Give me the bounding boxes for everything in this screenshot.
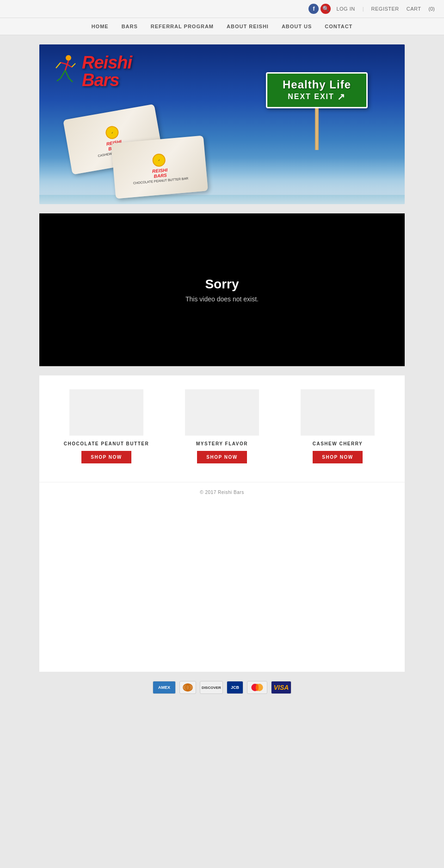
svg-line-7 [69, 78, 73, 82]
register-link[interactable]: REGISTER [371, 6, 399, 12]
facebook-icon[interactable]: f [308, 4, 319, 14]
pkg-badge-1: ✓ [105, 125, 119, 140]
sign-pole [315, 108, 319, 150]
svg-line-9 [72, 63, 75, 67]
package-2-inner: ✓ REISHI BARS CHOCOLATE PEANUT BUTTER BA… [128, 147, 191, 187]
payment-mastercard [247, 681, 267, 694]
payment-amex: AMEX [153, 681, 176, 694]
pkg-badge-2: ✓ [152, 153, 166, 167]
footer: © 2017 Reishi Bars [39, 482, 405, 510]
video-sorry-title: Sorry [205, 277, 239, 292]
product-item-2: MYSTERY FLAVOR SHOP NOW [176, 389, 268, 463]
svg-line-8 [56, 62, 61, 68]
logo-figure [52, 54, 80, 89]
shop-now-button-1[interactable]: SHOP NOW [81, 451, 131, 463]
logo-bars-text: Bars [82, 71, 132, 89]
payment-visa: VISA [271, 681, 291, 694]
product-image-2 [185, 389, 259, 436]
shop-now-button-3[interactable]: SHOP NOW [313, 451, 362, 463]
nav-referral[interactable]: REFERRAL PROGRAM [151, 24, 214, 29]
hero-logo: Reishi Bars [52, 54, 132, 89]
shop-now-button-2[interactable]: SHOP NOW [197, 451, 247, 463]
sign-board: Healthy Life NEXT EXIT ↗ [266, 72, 368, 108]
payment-icons: AMEX DISCOVER JCB VISA [49, 681, 395, 694]
nav-contact[interactable]: CONTACT [325, 24, 352, 29]
hero-banner: Reishi Bars Healthy Life NEXT EXIT ↗ ✓ R… [39, 44, 405, 204]
nav-about-us[interactable]: ABOUT US [282, 24, 312, 29]
nav-home[interactable]: HOME [92, 24, 109, 29]
product-package-2: ✓ REISHI BARS CHOCOLATE PEANUT BUTTER BA… [111, 136, 208, 199]
road-sign: Healthy Life NEXT EXIT ↗ [266, 72, 368, 150]
product-image-1 [69, 389, 143, 436]
product-name-1: CHOCOLATE PEANUT BUTTER [64, 441, 149, 446]
svg-line-2 [61, 62, 67, 64]
products-section: CHOCOLATE PEANUT BUTTER SHOP NOW MYSTERY… [39, 375, 405, 482]
payment-discover: DISCOVER [200, 681, 223, 694]
top-bar-links: LOG IN | REGISTER CART (0) [336, 6, 435, 12]
product-item-3: CASHEW CHERRY SHOP NOW [291, 389, 384, 463]
svg-line-5 [65, 70, 69, 78]
nav-bars[interactable]: BARS [122, 24, 138, 29]
sign-arrow-icon: ↗ [337, 91, 346, 102]
sign-line1: Healthy Life [275, 78, 359, 91]
footer-copyright: © 2017 Reishi Bars [49, 490, 395, 495]
cart-link[interactable]: CART [407, 6, 421, 12]
login-link[interactable]: LOG IN [336, 6, 355, 12]
payment-jcb: JCB [227, 681, 243, 694]
products-grid: CHOCOLATE PEANUT BUTTER SHOP NOW MYSTERY… [49, 389, 395, 473]
svg-point-0 [66, 55, 71, 61]
search-icon[interactable]: 🔍 [321, 4, 331, 14]
svg-line-6 [57, 78, 61, 81]
divider: | [363, 6, 364, 12]
cart-count: (0) [429, 6, 435, 12]
extended-white-area [39, 510, 405, 672]
svg-point-15 [256, 684, 259, 691]
payment-section: AMEX DISCOVER JCB VISA [39, 672, 405, 703]
video-sorry-message: This video does not exist. [185, 295, 259, 303]
product-name-2: MYSTERY FLAVOR [196, 441, 248, 446]
payment-diners [179, 681, 196, 694]
main-nav: HOME BARS REFERRAL PROGRAM ABOUT REISHI … [0, 18, 444, 35]
social-links: f 🔍 [308, 4, 331, 14]
sign-line2: NEXT EXIT ↗ [275, 91, 359, 102]
logo-text: Reishi Bars [82, 54, 132, 89]
svg-line-3 [67, 64, 72, 67]
product-item-1: CHOCOLATE PEANUT BUTTER SHOP NOW [60, 389, 153, 463]
product-image-3 [301, 389, 375, 436]
top-bar: f 🔍 LOG IN | REGISTER CART (0) [0, 0, 444, 18]
product-name-3: CASHEW CHERRY [313, 441, 363, 446]
svg-line-4 [61, 70, 65, 78]
nav-about-reishi[interactable]: ABOUT REISHI [227, 24, 269, 29]
logo-reishi: Reishi [82, 54, 132, 71]
video-section: Sorry This video does not exist. [39, 213, 405, 366]
